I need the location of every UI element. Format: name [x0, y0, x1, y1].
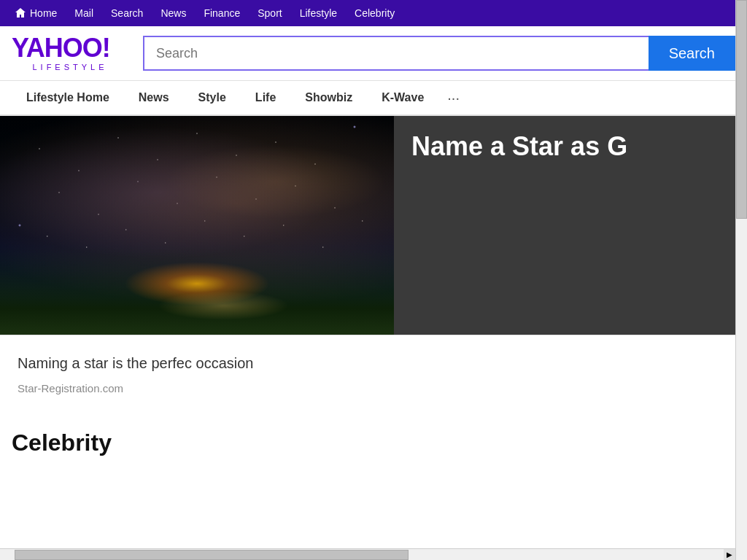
home-icon: [15, 7, 26, 19]
search-button[interactable]: Search: [649, 36, 735, 71]
nav-sec-news[interactable]: News: [124, 81, 184, 114]
feature-title: Name a Star as G: [411, 131, 729, 162]
nav-finance-label: Finance: [204, 7, 240, 19]
logo-area: YAHOO! LIFESTYLE: [12, 35, 128, 71]
celebrity-section: Celebrity: [0, 412, 747, 474]
nav-mail-label: Mail: [74, 7, 93, 19]
nav-showbiz[interactable]: Showbiz: [290, 81, 367, 114]
nav-sport-label: Sport: [258, 7, 282, 19]
nav-search[interactable]: Search: [102, 0, 152, 26]
nav-life[interactable]: Life: [241, 81, 290, 114]
nav-celebrity-label: Celebrity: [355, 7, 395, 19]
yahoo-sub: LIFESTYLE: [12, 63, 128, 71]
image-horizon: [0, 247, 394, 335]
vertical-scrollbar[interactable]: [735, 0, 747, 474]
nav-home[interactable]: Home: [6, 0, 66, 26]
nav-lifestyle-label: Lifestyle: [300, 7, 337, 19]
secondary-navigation: Lifestyle Home News Style Life Showbiz K…: [0, 81, 747, 116]
nav-finance[interactable]: Finance: [195, 0, 249, 26]
feature-right-panel: Name a Star as G: [394, 116, 747, 335]
celebrity-heading: Celebrity: [12, 429, 735, 456]
nav-lifestyle-home[interactable]: Lifestyle Home: [12, 81, 124, 114]
nav-search-label: Search: [111, 7, 143, 19]
main-content: Name a Star as G Naming a star is the pe…: [0, 116, 747, 474]
image-glow: [124, 262, 270, 306]
nav-home-label: Home: [30, 7, 57, 19]
ad-content[interactable]: Naming a star is the perfec occasion Sta…: [0, 335, 747, 412]
search-container: Search: [143, 36, 735, 71]
nav-kwave[interactable]: K-Wave: [367, 81, 438, 114]
nav-news-label: News: [160, 7, 186, 19]
nav-mail[interactable]: Mail: [66, 0, 102, 26]
scrollbar-thumb[interactable]: [736, 0, 747, 219]
yahoo-logo: YAHOO!: [12, 35, 128, 61]
ad-source: Star-Registration.com: [18, 382, 729, 394]
feature-image: [0, 116, 394, 335]
nav-more-button[interactable]: ···: [438, 90, 468, 106]
search-input[interactable]: [143, 36, 649, 71]
nav-lifestyle[interactable]: Lifestyle: [291, 0, 346, 26]
nav-sport[interactable]: Sport: [249, 0, 290, 26]
ad-description: Naming a star is the perfec occasion: [18, 353, 729, 373]
top-navigation: Home Mail Search News Finance Sport Life…: [0, 0, 747, 26]
nav-news[interactable]: News: [152, 0, 195, 26]
nav-celebrity[interactable]: Celebrity: [346, 0, 403, 26]
nav-style[interactable]: Style: [184, 81, 241, 114]
page-header: YAHOO! LIFESTYLE Search: [0, 26, 747, 81]
image-water-reflection: [158, 291, 289, 320]
feature-banner[interactable]: Name a Star as G: [0, 116, 747, 335]
